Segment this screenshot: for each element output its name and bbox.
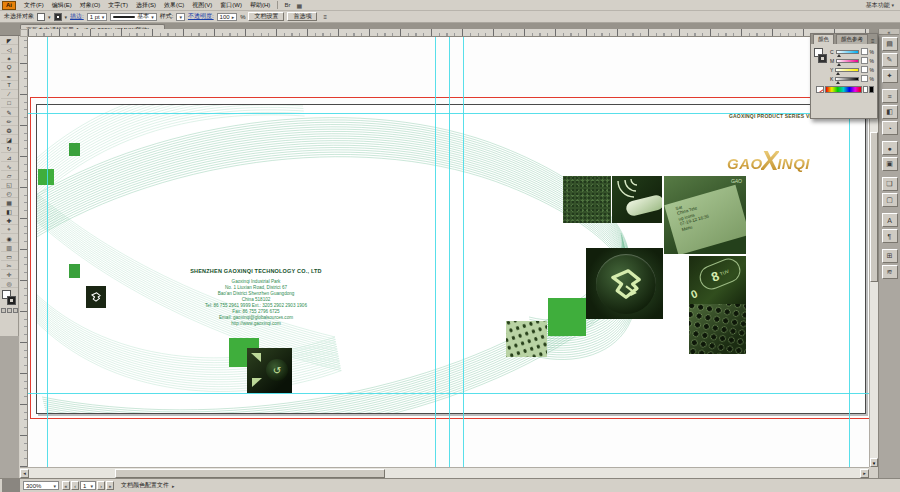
yellow-value-input[interactable] [861, 66, 867, 73]
ruler-guide-vertical[interactable] [47, 37, 48, 467]
yellow-slider[interactable] [835, 68, 859, 72]
screen-mode-button[interactable] [13, 308, 18, 313]
opacity-input[interactable]: 100 ▸ [217, 13, 238, 21]
stroke-dropdown-icon[interactable]: ▾ [65, 14, 68, 20]
type-tool[interactable]: T [1, 81, 18, 90]
zoom-level-combo[interactable]: 300% ▾ [23, 481, 59, 490]
swatches-panel-icon[interactable]: ▤ [882, 37, 898, 51]
scroll-right-icon[interactable]: ▸ [860, 469, 869, 478]
symbol-sprayer-tool[interactable]: ◉ [1, 234, 18, 243]
black-slider[interactable] [835, 77, 859, 81]
scale-tool[interactable]: ⊿ [1, 153, 18, 162]
tab-color-guide[interactable]: 颜色参考 [836, 34, 868, 44]
next-artboard-button[interactable]: › [97, 481, 105, 490]
vertical-ruler[interactable] [20, 37, 28, 467]
cyan-slider[interactable] [836, 50, 860, 54]
menu-edit[interactable]: 编辑(E) [48, 1, 76, 10]
layers-panel-icon[interactable]: ❏ [882, 177, 898, 191]
vertical-scroll-thumb[interactable] [870, 132, 878, 282]
rotate-tool[interactable]: ↻ [1, 144, 18, 153]
status-display[interactable]: 文档颜色配置文件 ▸ [121, 481, 175, 490]
artboard-page[interactable]: GAOXINQI PRODUCT SERIES VERSION: 2012-20… [36, 104, 866, 414]
slider-handle[interactable] [836, 81, 840, 84]
align-panel-icon[interactable]: ≋ [882, 265, 898, 279]
slider-handle[interactable] [836, 72, 840, 75]
magenta-slider[interactable] [836, 59, 859, 63]
app-icon[interactable]: Ai [2, 1, 16, 10]
ruler-guide-vertical[interactable] [435, 37, 436, 467]
menu-view[interactable]: 视图(V) [188, 1, 216, 10]
character-panel-icon[interactable]: A [882, 213, 898, 227]
draw-behind-mode-button[interactable] [7, 308, 12, 313]
menu-type[interactable]: 文字(T) [104, 1, 132, 10]
draw-normal-mode-button[interactable] [1, 308, 6, 313]
selection-tool[interactable]: ◤ [1, 36, 18, 45]
stroke-color-box[interactable] [7, 296, 16, 305]
menu-effect[interactable]: 效果(C) [160, 1, 188, 10]
free-transform-tool[interactable]: ▱ [1, 171, 18, 180]
first-artboard-button[interactable]: « [62, 481, 70, 490]
ruler-guide-vertical-spine[interactable] [449, 37, 450, 467]
artboard-tool[interactable]: ▭ [1, 252, 18, 261]
panel-stroke-box[interactable] [818, 54, 827, 63]
ruler-guide-horizontal[interactable] [28, 393, 869, 394]
black-swatch[interactable] [869, 86, 874, 93]
stroke-panel-icon[interactable]: ≡ [882, 89, 898, 103]
arrange-documents-icon[interactable]: ▦ [293, 2, 305, 9]
lasso-tool[interactable]: Ϙ [1, 63, 18, 72]
cyan-value-input[interactable] [861, 48, 867, 55]
appearance-panel-icon[interactable]: ● [882, 141, 898, 155]
width-tool[interactable]: ∿ [1, 162, 18, 171]
horizontal-scroll-thumb[interactable] [115, 469, 385, 478]
workspace-switcher[interactable]: 基本功能 ▾ [860, 1, 900, 10]
stroke-weight-input[interactable]: 1 pt ▾ [87, 13, 108, 21]
mesh-tool[interactable]: ▦ [1, 198, 18, 207]
slider-handle[interactable] [837, 63, 841, 66]
preferences-button[interactable]: 首选项 [287, 12, 317, 21]
black-value-input[interactable] [861, 75, 867, 82]
ruler-guide-horizontal[interactable] [28, 113, 869, 114]
menu-select[interactable]: 选择(S) [132, 1, 160, 10]
scroll-left-icon[interactable]: ◂ [20, 469, 29, 478]
paragraph-panel-icon[interactable]: ¶ [882, 229, 898, 243]
blob-brush-tool[interactable]: ❂ [1, 126, 18, 135]
pen-tool[interactable]: ✒ [1, 72, 18, 81]
previous-artboard-button[interactable]: ‹ [71, 481, 79, 490]
ruler-guide-vertical[interactable] [463, 37, 464, 467]
fill-dropdown-icon[interactable]: ▾ [48, 14, 51, 20]
line-segment-tool[interactable]: ∕ [1, 90, 18, 99]
artboard-number-combo[interactable]: 1 ▾ [80, 481, 96, 490]
pencil-tool[interactable]: ✏ [1, 117, 18, 126]
magenta-value-input[interactable] [861, 57, 867, 64]
menu-file[interactable]: 文件(F) [20, 1, 48, 10]
horizontal-ruler[interactable] [28, 29, 869, 37]
scroll-down-icon[interactable]: ▾ [870, 458, 878, 467]
slider-handle[interactable] [837, 54, 841, 57]
artboards-panel-icon[interactable]: ▢ [882, 193, 898, 207]
menu-object[interactable]: 对象(O) [76, 1, 105, 10]
stroke-weight-spinner-icon[interactable]: ▾ [102, 14, 105, 20]
opacity-panel-link[interactable]: 不透明度: [188, 12, 214, 21]
gradient-panel-icon[interactable]: ◧ [882, 105, 898, 119]
last-artboard-button[interactable]: » [106, 481, 114, 490]
status-flyout-icon[interactable]: ▸ [172, 483, 175, 489]
fill-stroke-control[interactable] [1, 289, 18, 307]
stroke-swatch[interactable] [54, 13, 62, 21]
column-graph-tool[interactable]: ▥ [1, 243, 18, 252]
rectangle-tool[interactable]: □ [1, 99, 18, 108]
transparency-panel-icon[interactable]: ◔ [882, 121, 898, 135]
eraser-tool[interactable]: ◪ [1, 135, 18, 144]
ruler-origin-box[interactable] [20, 29, 28, 37]
magic-wand-tool[interactable]: ✶ [1, 54, 18, 63]
spectrum-ramp[interactable] [825, 86, 862, 93]
fill-swatch[interactable] [37, 13, 45, 21]
color-spectrum-bar[interactable] [816, 85, 874, 93]
control-panel-menu-icon[interactable]: ≡ [320, 14, 330, 20]
menu-help[interactable]: 帮助(H) [246, 1, 274, 10]
white-swatch[interactable] [863, 86, 868, 93]
horizontal-scrollbar[interactable]: ◂ ▸ [20, 467, 869, 478]
brushes-panel-icon[interactable]: ✎ [882, 53, 898, 67]
gradient-tool[interactable]: ◧ [1, 207, 18, 216]
eyedropper-tool[interactable]: ✚ [1, 216, 18, 225]
hand-tool[interactable]: ✛ [1, 270, 18, 279]
